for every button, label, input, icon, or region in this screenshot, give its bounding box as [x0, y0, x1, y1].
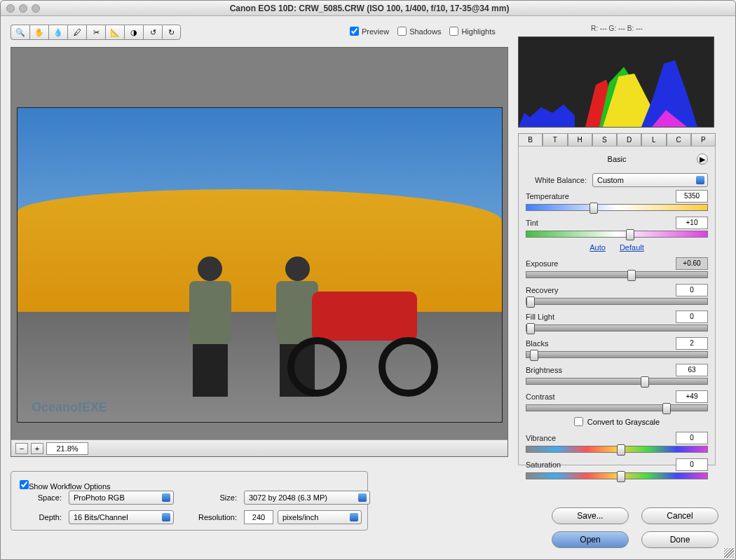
tab-basic[interactable]: B	[518, 133, 543, 146]
retouch-tool[interactable]: ◑	[124, 25, 143, 40]
tab-camera[interactable]: C	[667, 133, 691, 146]
zoom-in-button[interactable]: +	[31, 443, 43, 454]
brightness-value[interactable]: 63	[676, 364, 708, 376]
tint-label: Tint	[526, 219, 538, 227]
resolution-label: Resolution:	[181, 513, 237, 521]
color-sampler-tool[interactable]: 🖊	[67, 25, 86, 40]
window-title: Canon EOS 10D: CRW_5085.CRW (ISO 100, 1/…	[40, 4, 699, 13]
recovery-slider[interactable]	[526, 298, 708, 305]
blacks-slider[interactable]	[526, 351, 708, 358]
panel-title: Basic ▶	[526, 152, 708, 170]
vibrance-value[interactable]: 0	[676, 432, 708, 444]
tab-presets[interactable]: P	[691, 133, 716, 146]
histogram[interactable]	[518, 36, 714, 128]
rotate-ccw-tool[interactable]: ↺	[143, 25, 162, 40]
tint-slider[interactable]	[526, 231, 708, 238]
white-balance-label: White Balance:	[526, 176, 592, 184]
white-balance-select[interactable]: Custom	[592, 173, 708, 187]
temperature-value[interactable]: 5350	[676, 190, 708, 203]
zoom-tool[interactable]: 🔍	[11, 25, 29, 40]
tab-detail[interactable]: D	[617, 133, 641, 146]
rgb-readout: R: --- G: --- B: ---	[518, 25, 716, 36]
space-label: Space:	[20, 493, 62, 502]
brightness-slider[interactable]	[526, 378, 708, 385]
contrast-value[interactable]: +49	[676, 390, 708, 403]
panel-menu-icon[interactable]: ▶	[697, 153, 708, 165]
filllight-value[interactable]: 0	[676, 310, 708, 323]
zoom-level-select[interactable]: 21.8%	[46, 442, 88, 455]
preview-options: Preview Shadows Highlights	[350, 27, 496, 36]
preview-area[interactable]: OceanofEXE − + 21.8%	[11, 47, 508, 457]
save-button[interactable]: Save...	[552, 507, 629, 524]
auto-link[interactable]: Auto	[590, 243, 606, 252]
brightness-label: Brightness	[526, 366, 562, 374]
zoom-out-button[interactable]: −	[15, 443, 28, 454]
watermark: OceanofEXE	[32, 400, 107, 415]
filllight-label: Fill Light	[526, 313, 554, 321]
contrast-slider[interactable]	[526, 404, 708, 411]
basic-panel: Basic ▶ White Balance: Custom Temperatur…	[518, 146, 716, 465]
saturation-value[interactable]: 0	[676, 458, 708, 471]
depth-label: Depth:	[20, 513, 62, 521]
tab-hsl[interactable]: H	[568, 133, 592, 146]
hand-tool[interactable]: ✋	[29, 25, 48, 40]
window-controls[interactable]	[1, 4, 40, 13]
preview-checkbox[interactable]	[350, 27, 359, 36]
workflow-options: Show Workflow Options Space: ProPhoto RG…	[11, 471, 368, 531]
exposure-label: Exposure	[526, 259, 558, 268]
size-label: Size:	[181, 493, 237, 502]
open-button[interactable]: Open	[552, 531, 629, 548]
depth-select[interactable]: 16 Bits/Channel	[69, 510, 174, 524]
exposure-value[interactable]: +0.60	[676, 257, 708, 270]
resize-grip[interactable]	[724, 548, 734, 558]
white-balance-tool[interactable]: 💧	[48, 25, 67, 40]
highlights-checkbox[interactable]	[449, 27, 458, 36]
panel-tabs: B T H S D L C P	[518, 133, 716, 146]
temperature-label: Temperature	[526, 192, 569, 200]
recovery-label: Recovery	[526, 286, 558, 294]
saturation-label: Saturation	[526, 460, 561, 469]
shadows-checkbox[interactable]	[397, 27, 407, 36]
show-workflow-checkbox[interactable]	[20, 480, 29, 489]
contrast-label: Contrast	[526, 392, 555, 401]
recovery-value[interactable]: 0	[676, 284, 708, 296]
blacks-label: Blacks	[526, 339, 548, 348]
cancel-button[interactable]: Cancel	[641, 507, 718, 524]
camera-raw-dialog: Canon EOS 10D: CRW_5085.CRW (ISO 100, 1/…	[0, 0, 736, 560]
vibrance-label: Vibrance	[526, 434, 556, 442]
vibrance-slider[interactable]	[526, 446, 708, 453]
grayscale-label: Convert to Grayscale	[587, 418, 660, 426]
crop-tool[interactable]: ✂	[86, 25, 105, 40]
resolution-unit-select[interactable]: pixels/inch	[278, 510, 362, 524]
tint-value[interactable]: +10	[676, 217, 708, 229]
titlebar[interactable]: Canon EOS 10D: CRW_5085.CRW (ISO 100, 1/…	[1, 1, 735, 16]
tab-lens[interactable]: L	[641, 133, 666, 146]
filllight-slider[interactable]	[526, 325, 708, 332]
default-link[interactable]: Default	[620, 243, 644, 252]
straighten-tool[interactable]: 📐	[105, 25, 124, 40]
done-button[interactable]: Done	[641, 531, 718, 548]
resolution-input[interactable]: 240	[244, 510, 273, 524]
saturation-slider[interactable]	[526, 472, 708, 479]
tab-split[interactable]: S	[592, 133, 617, 146]
zoom-bar: − + 21.8%	[11, 439, 507, 456]
blacks-value[interactable]: 2	[676, 337, 708, 350]
size-select[interactable]: 3072 by 2048 (6.3 MP)	[244, 491, 370, 505]
grayscale-checkbox[interactable]	[574, 417, 583, 426]
exposure-slider[interactable]	[526, 271, 708, 278]
temperature-slider[interactable]	[526, 204, 708, 211]
preview-image: OceanofEXE	[17, 107, 503, 423]
rotate-cw-tool[interactable]: ↻	[162, 25, 181, 40]
space-select[interactable]: ProPhoto RGB	[69, 491, 174, 505]
show-workflow-label: Show Workflow Options	[29, 482, 111, 491]
tab-tone-curve[interactable]: T	[543, 133, 567, 146]
